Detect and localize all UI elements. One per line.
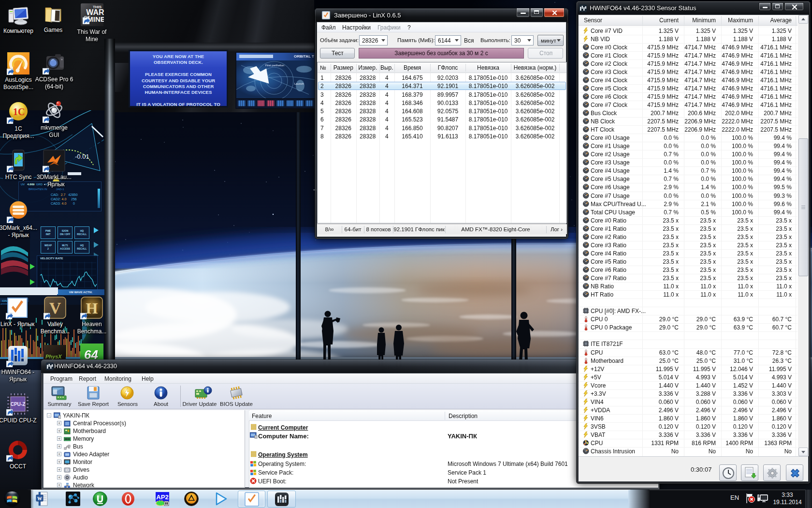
- svg-text:1С: 1С: [13, 106, 25, 117]
- svg-text:H: H: [86, 299, 98, 317]
- svg-text:MINE: MINE: [87, 15, 104, 23]
- svg-text:Launch: Launch: [294, 82, 304, 85]
- svg-text:-0.01: -0.01: [75, 153, 89, 160]
- svg-text:First perihelion: First perihelion: [265, 64, 284, 67]
- svg-text:AP2: AP2: [156, 493, 168, 501]
- svg-text:V: V: [49, 299, 61, 317]
- svg-text:CPU-Z: CPU-Z: [11, 402, 26, 407]
- svg-text:W: W: [37, 496, 42, 501]
